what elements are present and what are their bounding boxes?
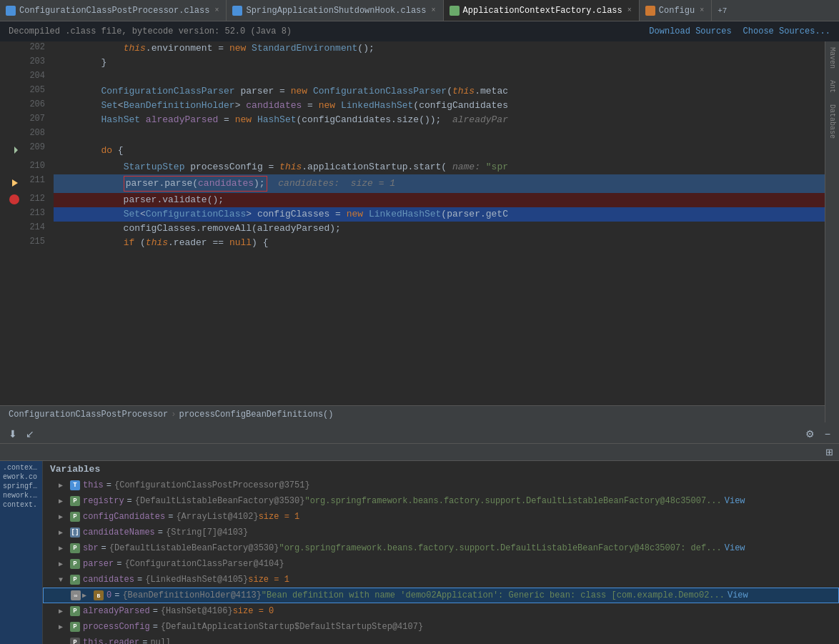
restore-layout-button[interactable]: ⊞ — [825, 447, 833, 457]
table-row: 202 this.environment = new StandardEnvir… — [0, 41, 825, 56]
variables-list[interactable]: ▶ T this = {ConfigurationClassPostProces… — [43, 476, 839, 644]
notification-text: Decompiled .class file, bytecode version… — [9, 26, 292, 36]
var-eq: = — [116, 559, 121, 569]
var-eq: = — [153, 606, 158, 616]
var-name: 0 — [106, 590, 111, 600]
editor-area: 202 this.environment = new StandardEnvir… — [0, 41, 839, 422]
var-view-link[interactable]: View — [728, 590, 748, 600]
var-string-value: "org.springframework.beans.factory.suppo… — [304, 496, 721, 506]
breakpoint-col — [7, 84, 21, 99]
line-content: ConfigurationClassParser parser = new Co… — [54, 84, 825, 99]
var-toggle[interactable]: ▶ — [59, 607, 70, 615]
list-item[interactable]: ▶ P alreadyParsed = {HashSet@4106} size … — [43, 603, 839, 619]
line-content: HashSet alreadyParsed = new HashSet(conf… — [54, 113, 825, 127]
list-item[interactable]: ▶ P registry = {DefaultListableBeanFacto… — [43, 493, 839, 509]
var-icon-process-config: P — [70, 622, 80, 632]
notification-bar: Decompiled .class file, bytecode version… — [0, 21, 839, 41]
tab-icon-2 — [232, 6, 242, 16]
var-eq: = — [127, 496, 132, 506]
var-view-link[interactable]: View — [725, 496, 745, 506]
var-eq: = — [168, 512, 173, 522]
tab-overflow[interactable]: +7 — [712, 6, 733, 15]
line-content: Set<BeanDefinitionHolder> candidates = n… — [54, 99, 825, 113]
settings-button[interactable]: ⚙ — [803, 427, 818, 441]
step-over-button[interactable]: ⬇ — [6, 427, 20, 441]
line-number: 203 — [21, 56, 54, 70]
bookmark-arrow-icon — [11, 143, 18, 157]
tab-close-4[interactable]: × — [698, 6, 705, 15]
breadcrumb-method: processConfigBeanDefinitions() — [179, 410, 333, 420]
var-toggle-empty: ▶ — [59, 638, 70, 644]
var-toggle[interactable]: ▶ — [59, 528, 70, 537]
tab-config-class-post-processor[interactable]: ConfigurationClassPostProcessor.class × — [0, 0, 227, 21]
var-toggle[interactable]: ▶ — [59, 481, 70, 490]
table-row: 215 if (this.reader == null) { — [0, 236, 825, 250]
var-icon-bean: B — [94, 590, 104, 600]
list-item[interactable]: ▶ [] candidateNames = {String[7]@4103} — [43, 525, 839, 540]
variables-panel: Variables ▶ T this = {ConfigurationClass… — [43, 461, 839, 644]
line-number: 210 — [21, 160, 54, 174]
list-item[interactable]: ∞ ▶ B 0 = {BeanDefinitionHolder@4113} "B… — [43, 588, 839, 603]
var-eq: = — [101, 543, 106, 553]
var-value: {DefaultApplicationStartup$DefaultStartu… — [161, 622, 423, 632]
var-toggle[interactable]: ▶ — [59, 512, 70, 521]
var-icon-zero-wrap: ∞ — [71, 590, 82, 600]
database-label[interactable]: Database — [827, 99, 838, 144]
breadcrumb-class: ConfigurationClassPostProcessor — [9, 410, 168, 420]
line-number: 209 — [21, 142, 54, 160]
list-item[interactable]: ▶ P sbr = {DefaultListableBeanFactory@35… — [43, 540, 839, 556]
minimize-button[interactable]: − — [822, 427, 833, 441]
tab-icon-4 — [645, 6, 655, 16]
code-scroll[interactable]: 202 this.environment = new StandardEnvir… — [0, 41, 825, 405]
line-content: parser.parse(candidates); candidates: si… — [54, 174, 825, 193]
var-eq: = — [137, 575, 142, 585]
tab-app-context-factory[interactable]: ApplicationContextFactory.class × — [444, 0, 640, 21]
tab-spring-shutdown-hook[interactable]: SpringApplicationShutdownHook.class × — [227, 0, 443, 21]
tab-close-1[interactable]: × — [213, 6, 220, 15]
var-toggle[interactable]: ▶ — [59, 560, 70, 568]
list-item[interactable]: ▶ P parser = {ConfigurationClassParser@4… — [43, 556, 839, 572]
step-into-button[interactable]: ↙ — [23, 427, 37, 441]
var-eq: = — [142, 638, 147, 644]
breakpoint-col — [7, 174, 21, 193]
line-content: } — [54, 56, 825, 70]
download-sources-link[interactable]: Download Sources — [649, 26, 731, 36]
line-content: configClasses.removeAll(alreadyParsed); — [54, 222, 825, 236]
var-toggle[interactable]: ▼ — [59, 576, 70, 584]
tab-close-3[interactable]: × — [626, 6, 633, 15]
var-icon-list: P — [70, 512, 80, 522]
list-item[interactable]: ▶ P configCandidates = {ArrayList@4102} … — [43, 509, 839, 525]
bookmark-col — [0, 113, 7, 127]
maven-label[interactable]: Maven — [827, 41, 838, 74]
table-row: 214 configClasses.removeAll(alreadyParse… — [0, 222, 825, 236]
breakpoint-col — [7, 160, 21, 174]
var-name: processConfig — [83, 622, 150, 632]
list-item[interactable]: ▶ P this.reader = null — [43, 635, 839, 644]
list-item[interactable]: ▼ P candidates = {LinkedHashSet@4105} si… — [43, 572, 839, 588]
context-item: nework.co — [3, 492, 39, 500]
table-row: 211 parser.parse(candidates); candidates… — [0, 174, 825, 193]
line-number: 215 — [21, 236, 54, 250]
var-toggle[interactable]: ▶ — [59, 623, 70, 631]
var-toggle[interactable]: ▶ — [59, 544, 70, 553]
choose-sources-link[interactable]: Choose Sources... — [743, 26, 830, 36]
table-row: 209 do { — [0, 142, 825, 160]
debug-panel: ⬇ ↙ ⚙ − ⊞ .context. ework.co springfra n… — [0, 422, 839, 644]
tab-bar: ConfigurationClassPostProcessor.class × … — [0, 0, 839, 21]
var-view-link[interactable]: View — [725, 543, 745, 553]
breakpoint-col — [7, 70, 21, 84]
bookmark-col — [0, 222, 7, 236]
tab-configu[interactable]: Configu × — [640, 0, 712, 21]
tab-icon-1 — [6, 6, 16, 16]
ant-label[interactable]: Ant — [827, 74, 838, 99]
list-item[interactable]: ▶ T this = {ConfigurationClassPostProces… — [43, 477, 839, 493]
line-number: 214 — [21, 222, 54, 236]
bookmark-col — [0, 41, 7, 56]
var-toggle[interactable]: ▶ — [82, 591, 94, 600]
var-size: size = 1 — [259, 512, 300, 522]
line-content: Set<ConfigurationClass> configClasses = … — [54, 207, 825, 222]
list-item[interactable]: ▶ P processConfig = {DefaultApplicationS… — [43, 619, 839, 635]
tab-close-2[interactable]: × — [430, 6, 437, 15]
line-number: 212 — [21, 193, 54, 207]
var-toggle[interactable]: ▶ — [59, 497, 70, 505]
